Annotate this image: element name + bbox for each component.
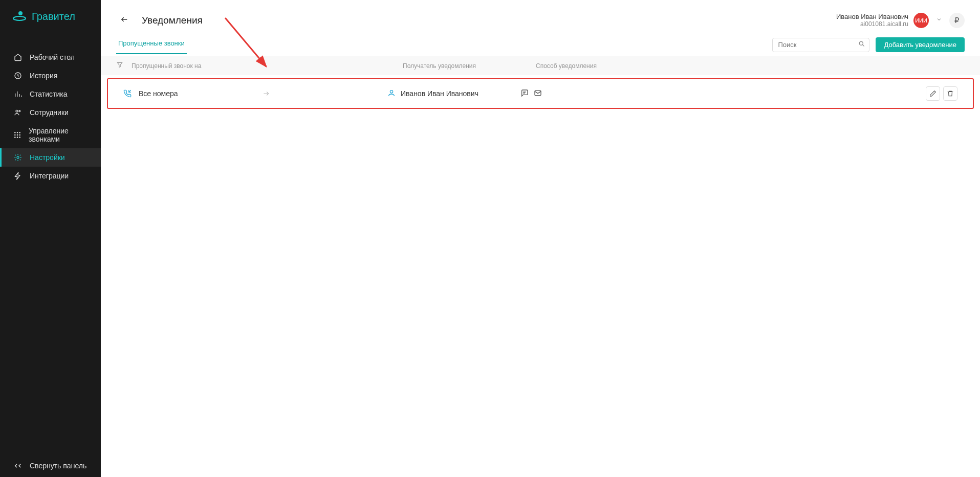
svg-point-3	[16, 110, 18, 112]
svg-point-14	[17, 156, 19, 158]
row-missed-to: Все номера	[139, 89, 178, 98]
bolt-icon	[13, 172, 23, 180]
search-input[interactable]	[772, 38, 869, 52]
sidebar-item-label: Рабочий стол	[30, 53, 75, 61]
filter-column[interactable]	[116, 61, 132, 70]
tabs: Пропущенные звонки	[116, 35, 187, 54]
svg-point-0	[13, 16, 26, 20]
svg-point-11	[15, 137, 15, 138]
trash-icon	[947, 90, 954, 97]
user-name: Иванов Иван Иванович	[836, 13, 908, 21]
filter-icon	[116, 61, 123, 69]
add-notification-button[interactable]: Добавить уведомление	[876, 37, 965, 52]
sidebar-item-statistics[interactable]: Статистика	[0, 85, 101, 103]
tab-missed-calls[interactable]: Пропущенные звонки	[116, 35, 187, 54]
svg-point-4	[19, 110, 20, 112]
sidebar-item-label: Интеграции	[30, 172, 69, 180]
edit-row-button[interactable]	[926, 86, 940, 101]
sidebar-item-history[interactable]: История	[0, 66, 101, 85]
user-icon	[387, 89, 396, 99]
arrow-left-icon	[119, 15, 129, 24]
avatar[interactable]: ИИИ	[913, 13, 929, 28]
home-icon	[13, 53, 23, 61]
sidebar-collapse-button[interactable]: Свернуть панель	[0, 455, 101, 477]
phone-incoming-icon	[123, 89, 132, 98]
search-icon	[858, 40, 865, 50]
edit-icon	[929, 90, 937, 97]
header-missed-call: Пропущенный звонок на	[132, 62, 403, 70]
sidebar-item-label: Статистика	[30, 90, 68, 98]
users-icon	[13, 108, 23, 117]
sidebar-item-label: Сотрудники	[30, 108, 69, 117]
table-header: Пропущенный звонок на Получатель уведомл…	[101, 56, 980, 75]
chart-icon	[13, 90, 23, 98]
user-info: Иванов Иван Иванович ai001081.aicall.ru	[836, 13, 908, 28]
svg-point-1	[18, 11, 23, 15]
svg-point-12	[17, 137, 17, 138]
gear-icon	[13, 153, 23, 162]
sidebar-item-integrations[interactable]: Интеграции	[0, 167, 101, 185]
row-recipient-name: Иванов Иван Иванович	[401, 89, 478, 98]
subbar: Пропущенные звонки Добавить уведомление	[101, 28, 980, 54]
svg-point-9	[17, 134, 17, 135]
currency-button[interactable]: ₽	[949, 13, 965, 28]
topbar: Уведомления Иванов Иван Иванович ai00108…	[101, 0, 980, 28]
sidebar-item-dashboard[interactable]: Рабочий стол	[0, 48, 101, 66]
arrow-right-icon	[262, 90, 387, 97]
svg-point-6	[17, 132, 17, 133]
svg-point-13	[19, 137, 20, 138]
sidebar-item-employees[interactable]: Сотрудники	[0, 103, 101, 122]
history-icon	[13, 72, 23, 80]
svg-point-7	[19, 132, 20, 133]
svg-point-5	[15, 132, 15, 133]
collapse-icon	[13, 462, 23, 470]
sidebar-nav: Рабочий стол История Статистика Сотрудни…	[0, 48, 101, 455]
main-content: Уведомления Иванов Иван Иванович ai00108…	[101, 0, 980, 477]
user-domain: ai001081.aicall.ru	[836, 20, 908, 28]
brand-icon	[12, 10, 27, 22]
brand-name: Гравител	[32, 11, 75, 22]
table-row[interactable]: Все номера Иванов Иван Иванович	[107, 78, 974, 109]
page-title: Уведомления	[142, 15, 203, 26]
dialpad-icon	[13, 131, 21, 139]
collapse-label: Свернуть панель	[30, 462, 86, 470]
svg-point-16	[390, 90, 393, 93]
svg-point-15	[860, 41, 863, 45]
sidebar-item-settings[interactable]: Настройки	[0, 148, 101, 167]
sidebar-item-label: История	[30, 72, 57, 80]
chevron-down-icon	[936, 16, 942, 22]
brand-logo[interactable]: Гравител	[0, 0, 101, 33]
header-recipient: Получатель уведомления	[403, 62, 536, 70]
svg-point-8	[15, 134, 15, 135]
search-wrap	[772, 38, 869, 52]
svg-point-10	[19, 134, 20, 135]
email-icon	[534, 89, 542, 99]
back-button[interactable]	[116, 12, 133, 28]
sidebar-item-label: Управление звонками	[29, 127, 88, 143]
user-menu-dropdown[interactable]	[934, 14, 944, 26]
sidebar-item-label: Настройки	[30, 153, 65, 162]
sidebar: Гравител Рабочий стол История Статистика…	[0, 0, 101, 477]
delete-row-button[interactable]	[943, 86, 957, 101]
header-method: Способ уведомления	[536, 62, 965, 70]
sms-icon	[520, 89, 529, 99]
sidebar-item-call-management[interactable]: Управление звонками	[0, 122, 101, 148]
